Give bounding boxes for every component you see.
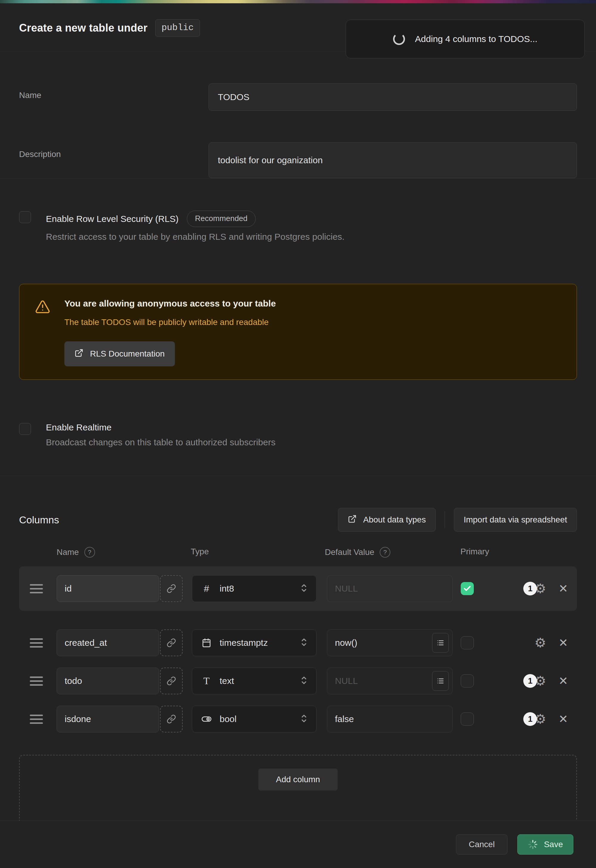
default-value-field — [327, 667, 453, 694]
columns-head: Columns About data types Import data via… — [19, 508, 577, 532]
column-type-select[interactable]: T text — [192, 667, 316, 694]
column-type-select[interactable]: # int8 — [192, 575, 316, 602]
realtime-description: Broadcast changes on this table to autho… — [46, 437, 275, 447]
table-meta-form: Name Description — [0, 51, 596, 178]
column-settings-button[interactable]: ⚙ 1 — [534, 582, 547, 595]
add-column-button[interactable]: Add column — [258, 769, 338, 791]
hash-icon: # — [200, 583, 213, 594]
foreign-key-link-icon[interactable] — [160, 629, 183, 656]
warning-triangle-icon — [35, 299, 50, 316]
default-value-field — [327, 629, 453, 656]
primary-key-checkbox[interactable] — [461, 713, 474, 726]
drag-handle-icon[interactable] — [30, 584, 43, 593]
column-name-input[interactable] — [57, 575, 159, 602]
spinner-icon — [393, 33, 405, 45]
table-description-input[interactable] — [209, 142, 577, 178]
remove-column-button[interactable]: ✕ — [559, 713, 568, 725]
default-value-input[interactable] — [335, 583, 449, 593]
panel-header: Create a new table under public Adding 4… — [0, 3, 596, 51]
name-row: Name — [19, 83, 577, 111]
panel-footer: Cancel Save — [0, 821, 596, 868]
header-default-label: Default Value — [325, 548, 374, 557]
name-label: Name — [19, 83, 209, 111]
title-wrap: Create a new table under public — [19, 19, 200, 37]
column-row-id-highlight: # int8 — [19, 566, 577, 611]
column-row-todo: T text — [19, 667, 577, 694]
default-value-menu-button[interactable] — [432, 633, 449, 652]
foreign-key-link-icon[interactable] — [160, 575, 183, 602]
default-value-input[interactable] — [335, 714, 449, 724]
rls-body: Enable Row Level Security (RLS) Recommen… — [46, 211, 345, 242]
remove-column-button[interactable]: ✕ — [559, 675, 568, 686]
help-icon[interactable]: ? — [84, 547, 95, 558]
column-row-id: # int8 — [19, 575, 577, 602]
description-row: Description — [19, 142, 577, 178]
column-type-select[interactable]: timestamptz — [192, 629, 316, 656]
header-primary: Primary — [460, 547, 489, 557]
table-name-input[interactable] — [209, 83, 577, 111]
about-data-types-label: About data types — [363, 515, 426, 524]
warning-title: You are allowing anonymous access to you… — [64, 298, 276, 309]
rls-row: Enable Row Level Security (RLS) Recommen… — [19, 211, 577, 242]
toggle-icon — [200, 714, 213, 725]
column-settings-button[interactable]: ⚙ — [534, 636, 547, 650]
cancel-button[interactable]: Cancel — [456, 834, 507, 855]
column-type-label: int8 — [220, 583, 234, 593]
column-row-isdone: bool ⚙ 1 ✕ — [19, 706, 577, 732]
chevron-sort-icon — [299, 583, 308, 594]
anonymous-access-warning: You are allowing anonymous access to you… — [19, 284, 577, 380]
column-rows: # int8 — [19, 566, 577, 732]
columns-section: Columns About data types Import data via… — [0, 476, 596, 821]
rls-checkbox[interactable] — [19, 211, 31, 223]
column-name-input[interactable] — [57, 706, 159, 732]
columns-title: Columns — [19, 514, 59, 526]
column-name-input[interactable] — [57, 667, 159, 694]
realtime-checkbox[interactable] — [19, 423, 31, 435]
default-value-menu-button[interactable] — [432, 671, 449, 691]
realtime-title-row: Enable Realtime — [46, 422, 275, 433]
toggles-section: Enable Row Level Security (RLS) Recommen… — [0, 179, 596, 476]
column-type-label: text — [220, 676, 234, 686]
drag-handle-icon[interactable] — [30, 638, 43, 648]
rls-description: Restrict access to your table by enablin… — [46, 232, 345, 242]
drag-handle-icon[interactable] — [30, 676, 43, 686]
column-name-input[interactable] — [57, 629, 159, 656]
save-button[interactable]: Save — [517, 834, 573, 855]
chevron-sort-icon — [299, 675, 308, 686]
description-label: Description — [19, 142, 209, 178]
realtime-label: Enable Realtime — [46, 422, 111, 433]
foreign-key-link-icon[interactable] — [160, 667, 183, 694]
save-label: Save — [544, 840, 563, 849]
header-type: Type — [191, 547, 209, 557]
remove-column-button[interactable]: ✕ — [559, 637, 568, 648]
column-type-select[interactable]: bool — [192, 706, 316, 732]
chevron-sort-icon — [299, 713, 308, 725]
primary-key-checkbox[interactable] — [461, 675, 474, 688]
rls-documentation-button[interactable]: RLS Documentation — [64, 341, 175, 366]
calendar-icon — [200, 638, 213, 648]
drag-handle-icon[interactable] — [30, 714, 43, 724]
foreign-key-link-icon[interactable] — [160, 706, 183, 732]
default-value-input[interactable] — [335, 638, 432, 648]
default-value-field — [327, 575, 453, 602]
header-name: Name ? — [57, 547, 95, 558]
import-spreadsheet-label: Import data via spreadsheet — [464, 515, 567, 524]
column-settings-button[interactable]: ⚙ 1 — [534, 674, 547, 688]
chevron-sort-icon — [299, 637, 308, 648]
default-value-field — [327, 706, 453, 732]
column-settings-button[interactable]: ⚙ 1 — [534, 712, 547, 726]
remove-column-button[interactable]: ✕ — [559, 583, 568, 594]
settings-count-badge: 1 — [523, 582, 537, 595]
import-spreadsheet-button[interactable]: Import data via spreadsheet — [454, 508, 577, 532]
help-icon[interactable]: ? — [380, 547, 390, 558]
columns-head-actions: About data types Import data via spreads… — [338, 508, 577, 532]
primary-key-checkbox-checked[interactable] — [461, 582, 474, 595]
default-value-input[interactable] — [335, 676, 432, 686]
about-data-types-button[interactable]: About data types — [338, 508, 436, 532]
schema-badge: public — [155, 19, 200, 37]
rls-title-row: Enable Row Level Security (RLS) Recommen… — [46, 211, 345, 227]
rls-label: Enable Row Level Security (RLS) — [46, 214, 179, 224]
primary-key-checkbox[interactable] — [461, 636, 474, 650]
loading-spinner-icon — [528, 839, 538, 850]
realtime-row: Enable Realtime Broadcast changes on thi… — [19, 422, 577, 447]
